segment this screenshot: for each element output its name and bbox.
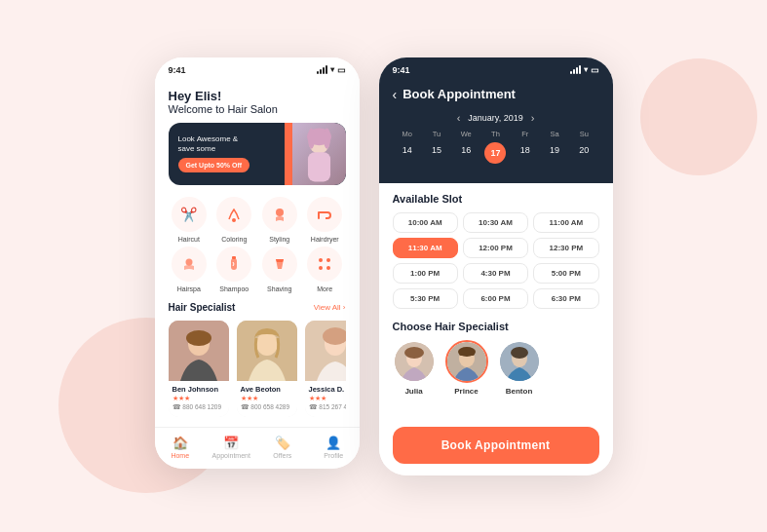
right-status-icons: ▾ ▭ — [570, 65, 599, 75]
ben-stars: ★★★ — [173, 395, 225, 402]
service-more[interactable]: More — [304, 247, 346, 292]
ave-info: Ave Beoton ★★★ ☎ 800 658 4289 — [237, 381, 297, 417]
nav-profile[interactable]: 👤 Profile — [308, 436, 360, 459]
shaving-label: Shaving — [267, 285, 291, 292]
slot-6pm[interactable]: 6:00 PM — [463, 288, 528, 309]
prince-avatar-wrap — [445, 340, 488, 383]
more-icon — [307, 247, 342, 282]
cal-next-icon[interactable]: › — [531, 112, 535, 124]
slot-11am[interactable]: 11:00 AM — [533, 212, 598, 233]
svg-point-11 — [319, 258, 323, 262]
right-body: Available Slot 10:00 AM 10:30 AM 11:00 A… — [379, 183, 613, 419]
cal-day-19[interactable]: 19 — [540, 142, 569, 164]
cal-day-15[interactable]: 15 — [422, 142, 451, 164]
svg-rect-29 — [459, 352, 475, 356]
coloring-label: Coloring — [221, 236, 247, 243]
back-row: ‹ Book Appointment — [393, 87, 599, 102]
service-hairspa[interactable]: Hairspa — [169, 247, 211, 292]
offers-icon: 🏷️ — [275, 436, 290, 450]
specialist-card-jessica[interactable]: Jessica D. ★★★ ☎ 815 267 4 — [305, 321, 346, 417]
day-header-mo: Mo — [393, 130, 422, 138]
service-coloring[interactable]: Coloring — [213, 197, 255, 243]
specialist-card-ave[interactable]: Ave Beoton ★★★ ☎ 800 658 4289 — [237, 321, 297, 417]
benton-avatar — [500, 342, 539, 381]
specialist-card-ben[interactable]: Ben Johnson ★★★ ☎ 880 648 1209 — [169, 321, 229, 417]
service-shaving[interactable]: Shaving — [259, 247, 301, 292]
jessica-info: Jessica D. ★★★ ☎ 815 267 4 — [305, 381, 346, 417]
bg-circle-2 — [640, 58, 757, 175]
service-shampoo[interactable]: Shampoo — [213, 247, 255, 292]
benton-illustration — [500, 342, 539, 381]
benton-name: Benton — [506, 387, 533, 396]
cal-day-16[interactable]: 16 — [451, 142, 480, 164]
day-header-sa: Sa — [540, 130, 569, 138]
cal-day-17[interactable]: 17 — [484, 142, 506, 164]
haircut-label: Haircut — [178, 236, 200, 243]
calendar-month-label: January, 2019 — [468, 113, 522, 123]
slot-1130am[interactable]: 11:30 AM — [393, 238, 458, 258]
coloring-icon — [216, 197, 251, 232]
service-hairdryer[interactable]: Hairdryer — [304, 197, 346, 243]
specialist-benton[interactable]: Benton — [498, 340, 541, 396]
service-styling[interactable]: Styling — [259, 197, 301, 243]
specialist-photo-ben — [169, 321, 229, 381]
hairspa-icon — [172, 247, 207, 282]
day-header-th: Th — [480, 130, 510, 138]
cal-prev-icon[interactable]: ‹ — [457, 112, 461, 124]
ave-phone: ☎ 800 658 4289 — [241, 403, 293, 411]
specialists-header: Hair Specialist View All › — [169, 302, 346, 313]
ben-info: Ben Johnson ★★★ ☎ 880 648 1209 — [169, 381, 229, 417]
book-appointment-button[interactable]: Book Appointment — [393, 427, 599, 464]
ben-phone: ☎ 880 648 1209 — [173, 403, 225, 411]
slot-1pm[interactable]: 1:00 PM — [393, 263, 458, 284]
greeting-section: Hey Elis! Welcome to Hair Salon — [169, 89, 346, 115]
right-phone: 9:41 ▾ ▭ ‹ Book Appointment — [379, 57, 613, 475]
promo-banner[interactable]: Look Awesome & save some Get Upto 50% Of… — [169, 123, 346, 185]
slot-430pm[interactable]: 4:30 PM — [463, 263, 528, 284]
day-header-fr: Fr — [511, 130, 540, 138]
specialist-photo-jessica — [305, 321, 346, 381]
slot-530pm[interactable]: 5:30 PM — [393, 288, 458, 309]
ben-name: Ben Johnson — [173, 385, 225, 394]
slot-1230pm[interactable]: 12:30 PM — [533, 238, 598, 258]
julia-avatar — [395, 342, 434, 381]
nav-home[interactable]: 🏠 Home — [155, 436, 207, 459]
view-all-link[interactable]: View All › — [314, 303, 346, 312]
specialist-prince[interactable]: Prince — [445, 340, 488, 396]
shaving-icon — [262, 247, 297, 282]
svg-point-25 — [404, 347, 424, 359]
left-status-icons: ▾ ▭ — [317, 65, 346, 75]
right-status-bar: 9:41 ▾ ▭ — [379, 57, 613, 79]
slot-630pm[interactable]: 6:30 PM — [533, 288, 598, 309]
left-status-bar: 9:41 ▾ ▭ — [155, 57, 360, 79]
nav-offers[interactable]: 🏷️ Offers — [257, 436, 309, 459]
book-btn-wrap: Book Appointment — [379, 419, 613, 475]
julia-avatar-wrap — [393, 340, 436, 383]
jessica-name: Jessica D. — [309, 385, 346, 394]
cal-day-14[interactable]: 14 — [393, 142, 422, 164]
svg-point-32 — [511, 347, 528, 359]
promo-cta[interactable]: Get Upto 50% Off — [178, 158, 250, 172]
right-page-title: Book Appointment — [403, 87, 516, 101]
available-slot-title: Available Slot — [393, 193, 599, 205]
svg-rect-7 — [318, 211, 320, 219]
back-arrow-icon[interactable]: ‹ — [393, 87, 398, 102]
model-illustration — [292, 124, 346, 184]
specialist-julia[interactable]: Julia — [393, 340, 436, 396]
nav-appointment-label: Appointment — [212, 452, 250, 459]
slot-1030am[interactable]: 10:30 AM — [463, 212, 528, 233]
greeting-title: Hey Elis! — [169, 89, 346, 103]
screens-wrapper: 9:41 ▾ ▭ Hey Elis! Welcome to Hair Salon — [155, 57, 613, 475]
slot-10am[interactable]: 10:00 AM — [393, 212, 458, 233]
nav-home-label: Home — [171, 452, 189, 459]
cal-day-20[interactable]: 20 — [569, 142, 598, 164]
svg-point-19 — [256, 332, 278, 356]
svg-point-3 — [307, 128, 314, 148]
promo-model-image — [292, 123, 346, 185]
service-haircut[interactable]: ✂️ Haircut — [169, 197, 211, 243]
cal-day-18[interactable]: 18 — [511, 142, 540, 164]
bottom-nav: 🏠 Home 📅 Appointment 🏷️ Offers 👤 Profile — [155, 427, 360, 469]
slot-12pm[interactable]: 12:00 PM — [463, 238, 528, 258]
slot-5pm[interactable]: 5:00 PM — [533, 263, 598, 284]
nav-appointment[interactable]: 📅 Appointment — [206, 436, 257, 459]
